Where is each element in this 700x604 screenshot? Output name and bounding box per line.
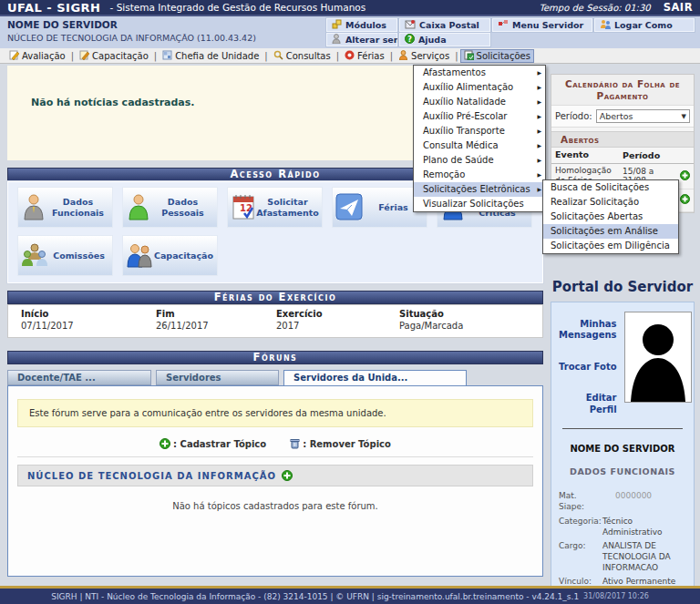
calendar-table-header: Evento Período (551, 148, 694, 163)
qa-solicitar-afastamento-button[interactable]: 12 Solicitar Afastamento (227, 187, 323, 228)
tab-servidores-da-unidade[interactable]: Servidores da Unida... (283, 370, 467, 385)
footer-timestamp: 31/08/2017 10:26 (583, 592, 649, 600)
submenu-arrow-icon: ▶ (537, 138, 541, 153)
qa-comissoes-button[interactable]: Comissões (17, 235, 113, 276)
functional-data-heading: DADOS FUNCIONAIS (559, 466, 686, 476)
qa-dados-pessoais-button[interactable]: Dados Pessoais (122, 187, 218, 228)
dropdown-item-afastamentos[interactable]: Afastamentos▶ (414, 66, 545, 80)
forum-tab-content: Este fórum serve para a comunicação entr… (7, 385, 543, 577)
submenu-arrow-icon: ▶ (537, 182, 541, 197)
dropdown-item-auxilio-alimentacao[interactable]: Auxílio Alimentação▶ (414, 80, 545, 95)
user-info: NOME DO SERVIDOR NÚCLEO DE TECNOLOGIA DA… (7, 18, 256, 46)
period-label: Período: (555, 111, 592, 121)
footer: SIGRH | NTI - Núcleo de Tecnologia da In… (0, 586, 700, 604)
session-timer: Tempo de Sessão: 01:30 (540, 3, 651, 13)
period-row: Período: Abertos ▼ (551, 105, 694, 128)
portal-panel: Minhas Mensagens Trocar Foto Editar Perf… (551, 302, 695, 595)
change-password-button[interactable]: Alterar senha (326, 33, 397, 46)
avatar (624, 312, 692, 403)
portal-user-name: NOME DO SERVIDOR (559, 444, 686, 454)
tab-servidores[interactable]: Servidores (156, 370, 279, 385)
airplane-icon (335, 193, 363, 222)
menu-item-ferias[interactable]: Férias (341, 49, 388, 63)
field-cargo: Cargo: ANALISTA DE TECNOLOGIA DA INFORMA… (559, 541, 686, 573)
add-topic-icon[interactable] (282, 470, 293, 481)
submenu-arrow-icon: ▶ (537, 95, 541, 109)
menu-item-capacitacao[interactable]: Capacitação (76, 49, 152, 63)
remove-topic-icon (290, 439, 300, 449)
user-name: NOME DO SERVIDOR (7, 18, 256, 30)
add-topic-icon (160, 439, 170, 449)
forum-unit-heading: NÚCLEO DE TECNOLOGIA DA INFORMAÇÃO (17, 465, 533, 486)
search-icon (273, 50, 283, 62)
menu-item-avaliacao[interactable]: Avaliação (5, 49, 69, 63)
submenu-item-solicitacoes-abertas[interactable]: Solicitações Abertas (543, 210, 678, 224)
forum-empty-message: Não há tópicos cadastrados para este fór… (17, 501, 533, 511)
forum-info-message: Este fórum serve para a comunicação entr… (17, 399, 533, 427)
qa-capacitacao-button[interactable]: Capacitação (122, 235, 218, 276)
forums-title: Fóruns (7, 351, 543, 364)
people-pair-icon (126, 241, 153, 271)
submenu-item-solicitacoes-em-diligencia[interactable]: Solicitações em Diligência (543, 239, 678, 253)
mailbox-button[interactable]: Caixa Postal (399, 18, 490, 32)
sidebar: Calendário da Folha de Pagamento Período… (551, 66, 695, 595)
evaluation-icon (9, 50, 19, 62)
solicitacoes-eletronicas-submenu: Busca de Solicitações Realizar Solicitaç… (542, 179, 679, 254)
requests-icon (464, 50, 474, 62)
login-as-button[interactable]: Logar Como (594, 18, 695, 32)
vacation-title: Férias do Exercício (7, 291, 543, 304)
vacation-table: Início Fim Exercício Situação 07/11/2017… (7, 304, 543, 338)
qa-dados-funcionais-button[interactable]: Dados Funcionais (17, 187, 113, 228)
news-empty-message: Não há notícias cadastradas. (31, 97, 195, 108)
change-photo-link[interactable]: Trocar Foto (559, 362, 617, 374)
my-messages-link[interactable]: Minhas Mensagens (559, 319, 617, 342)
menu-item-consultas[interactable]: Consultas (270, 49, 335, 63)
submenu-item-solicitacoes-em-analise[interactable]: Solicitações em Análise (543, 224, 678, 239)
network-icon (498, 19, 509, 31)
footer-text: SIGRH | NTI - Núcleo de Tecnologia da In… (51, 592, 579, 601)
dropdown-item-solicitacoes-eletronicas[interactable]: Solicitações Eletrônicas▶ (414, 182, 545, 197)
tab-docente-tae[interactable]: Docente/TAE ... (7, 370, 151, 385)
add-event-icon[interactable] (677, 170, 690, 182)
submenu-item-busca-de-solicitacoes[interactable]: Busca de Solicitações (543, 180, 678, 195)
submenu-arrow-icon: ▶ (537, 124, 541, 138)
vacation-table-row: 07/11/2017 26/11/2017 2017 Paga/Marcada (8, 320, 542, 332)
field-categoria: Categoria: Técnico Administrativo (559, 517, 686, 537)
unit-head-icon (162, 50, 172, 62)
solicitacoes-dropdown-menu: Afastamentos▶ Auxílio Alimentação▶ Auxíl… (413, 65, 546, 212)
help-icon: ? (405, 34, 415, 46)
dropdown-item-auxilio-transporte[interactable]: Auxílio Transporte▶ (414, 124, 545, 138)
open-events-heading: Abertos (551, 131, 694, 148)
edit-profile-link[interactable]: Editar Perfil (559, 393, 617, 415)
main-menu-bar: Avaliação | Capacitação | Chefia de Unid… (0, 48, 700, 64)
app-brand: UFAL - SIGRH (7, 1, 101, 15)
user-unit: NÚCLEO DE TECNOLOGIA DA INFORMAÇÃO (11.0… (7, 33, 256, 43)
vacation-panel: Férias do Exercício Início Fim Exercício… (7, 291, 543, 338)
menu-item-solicitacoes[interactable]: Solicitações (460, 49, 534, 63)
dropdown-item-auxilio-pre-escolar[interactable]: Auxílio Pré-Escolar▶ (414, 109, 545, 124)
submenu-item-realizar-solicitacao[interactable]: Realizar Solicitação (543, 195, 678, 210)
dropdown-item-visualizar-solicitacoes[interactable]: Visualizar Solicitações (414, 197, 545, 211)
modules-icon (332, 19, 342, 31)
logout-link[interactable]: SAIR (664, 1, 693, 14)
app-subtitle: - Sistema Integrado de Gestão de Recurso… (110, 2, 366, 13)
server-menu-button[interactable]: Menu Servidor (492, 18, 592, 32)
add-event-icon[interactable] (677, 194, 690, 206)
forum-tabs: Docente/TAE ... Servidores Servidores da… (7, 370, 543, 385)
dropdown-item-remocao[interactable]: Remoção▶ (414, 168, 545, 182)
dropdown-item-consulta-medica[interactable]: Consulta Médica▶ (414, 138, 545, 153)
dropdown-item-auxilio-natalidade[interactable]: Auxílio Natalidade▶ (414, 95, 545, 109)
help-button[interactable]: ? Ajuda (399, 33, 490, 46)
users-icon (600, 19, 611, 31)
modules-button[interactable]: Módulos (326, 18, 397, 32)
session-toolbar: Módulos Caixa Postal Menu Servidor Logar… (326, 18, 695, 46)
dropdown-item-plano-de-saude[interactable]: Plano de Saúde▶ (414, 153, 545, 168)
chevron-down-icon: ▼ (682, 113, 686, 120)
person-icon (332, 34, 342, 46)
calendar-icon: 12 (231, 193, 256, 222)
title-bar: UFAL - SIGRH - Sistema Integrado de Gest… (0, 0, 700, 16)
menu-item-servicos[interactable]: Serviços (395, 49, 453, 63)
period-select[interactable]: Abertos ▼ (596, 109, 690, 123)
menu-item-chefia[interactable]: Chefia de Unidade (159, 49, 262, 63)
services-person-icon (398, 50, 408, 62)
